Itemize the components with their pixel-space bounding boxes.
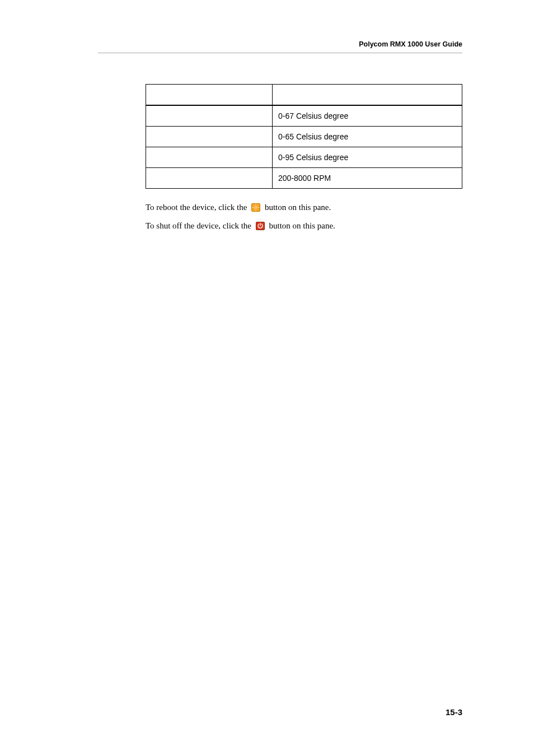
svg-point-0 [255,207,257,209]
shutdown-icon[interactable] [256,222,265,230]
svg-line-5 [254,205,254,206]
table-cell [146,168,273,189]
table-cell: 0-67 Celsius degree [273,105,462,127]
text-fragment: To reboot the device, click the [146,203,249,212]
reboot-paragraph: To reboot the device, click the [146,201,462,214]
table-cell [146,105,273,127]
table-cell: 200-8000 RPM [273,168,462,189]
table-row: 0-67 Celsius degree [146,105,462,127]
reboot-icon[interactable] [251,203,260,212]
table-header-cell [146,85,273,106]
table-cell: 0-95 Celsius degree [273,147,462,168]
table-row: 0-65 Celsius degree [146,127,462,147]
value-range-table: 0-67 Celsius degree 0-65 Celsius degree … [146,84,462,189]
table-cell [146,147,273,168]
page: Polycom RMX 1000 User Guide 0-67 Celsius… [0,0,534,756]
shutoff-paragraph: To shut off the device, click the button… [146,220,462,232]
svg-line-6 [257,209,258,209]
table-row: 0-95 Celsius degree [146,147,462,168]
svg-line-7 [257,205,258,206]
header-title: Polycom RMX 1000 User Guide [359,40,462,48]
table-header-cell [273,85,462,106]
header-rule [98,53,462,53]
text-fragment: button on this pane. [269,221,335,230]
table-header-row [146,85,462,106]
table-row: 200-8000 RPM [146,168,462,189]
table-cell: 0-65 Celsius degree [273,127,462,147]
page-number: 15-3 [446,707,462,717]
content-area: 0-67 Celsius degree 0-65 Celsius degree … [146,84,462,232]
table-cell [146,127,273,147]
text-fragment: button on this pane. [265,203,331,212]
text-fragment: To shut off the device, click the [146,221,254,230]
svg-line-8 [254,209,254,209]
